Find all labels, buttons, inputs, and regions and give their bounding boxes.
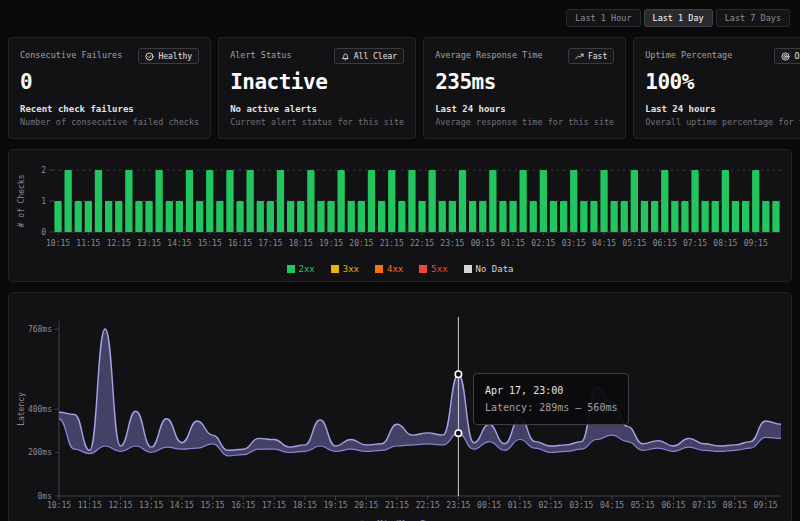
- check-bar[interactable]: [590, 201, 597, 232]
- check-bar[interactable]: [186, 170, 193, 232]
- check-bar[interactable]: [439, 201, 446, 232]
- legend-item-no-data[interactable]: No Data: [464, 264, 514, 274]
- legend-label: 2xx: [299, 264, 315, 274]
- x-tick-label: 14:15: [170, 501, 194, 510]
- check-bar[interactable]: [661, 170, 668, 232]
- x-tick-label: 18:15: [289, 239, 313, 248]
- check-bar[interactable]: [540, 170, 547, 232]
- check-bar[interactable]: [348, 201, 355, 232]
- x-tick-label: 17:15: [262, 501, 286, 510]
- check-bar[interactable]: [135, 201, 142, 232]
- check-bar[interactable]: [166, 201, 173, 232]
- legend-label: No Data: [476, 264, 514, 274]
- check-bar[interactable]: [489, 170, 496, 232]
- y-axis-label: Latency: [17, 392, 26, 426]
- check-bar[interactable]: [621, 201, 628, 232]
- check-bar[interactable]: [408, 170, 415, 232]
- check-bar[interactable]: [752, 170, 759, 232]
- check-bar[interactable]: [247, 170, 254, 232]
- check-bar[interactable]: [469, 201, 476, 232]
- minmax-band: [59, 329, 781, 456]
- check-bar[interactable]: [600, 170, 607, 232]
- check-bar[interactable]: [297, 201, 304, 232]
- x-tick-label: 02:15: [531, 239, 555, 248]
- check-bar[interactable]: [54, 201, 61, 232]
- check-bar[interactable]: [196, 201, 203, 232]
- check-bar[interactable]: [398, 201, 405, 232]
- check-bar[interactable]: [722, 170, 729, 232]
- range-button-last-1-day[interactable]: Last 1 Day: [644, 9, 713, 27]
- check-bar[interactable]: [712, 201, 719, 232]
- check-bar[interactable]: [570, 170, 577, 232]
- checks-bar-chart[interactable]: 01210:1511:1512:1513:1514:1515:1516:1517…: [13, 158, 787, 256]
- check-bar[interactable]: [560, 201, 567, 232]
- check-bar[interactable]: [176, 201, 183, 232]
- x-tick-label: 18:15: [293, 501, 317, 510]
- stat-description: Current alert status for this site: [230, 117, 404, 127]
- x-tick-label: 08:15: [713, 239, 737, 248]
- check-bar[interactable]: [509, 201, 516, 232]
- check-bar[interactable]: [479, 201, 486, 232]
- check-bar[interactable]: [378, 201, 385, 232]
- check-bar[interactable]: [206, 170, 213, 232]
- check-bar[interactable]: [327, 201, 334, 232]
- check-bar[interactable]: [742, 201, 749, 232]
- target-icon: [781, 52, 790, 61]
- check-bar[interactable]: [681, 201, 688, 232]
- legend-label: 5xx: [431, 264, 447, 274]
- check-bar[interactable]: [105, 201, 112, 232]
- check-bar[interactable]: [236, 201, 243, 232]
- check-bar[interactable]: [671, 201, 678, 232]
- check-bar[interactable]: [550, 201, 557, 232]
- check-bar[interactable]: [459, 170, 466, 232]
- check-bar[interactable]: [216, 201, 223, 232]
- check-bar[interactable]: [580, 201, 587, 232]
- check-bar[interactable]: [65, 170, 72, 232]
- check-bar[interactable]: [145, 201, 152, 232]
- legend-item-4xx[interactable]: 4xx: [375, 264, 403, 274]
- legend-item-2xx[interactable]: 2xx: [287, 264, 315, 274]
- check-bar[interactable]: [651, 201, 658, 232]
- check-bar[interactable]: [772, 201, 779, 232]
- check-bar[interactable]: [418, 201, 425, 232]
- check-bar[interactable]: [125, 170, 132, 232]
- check-bar[interactable]: [317, 201, 324, 232]
- range-button-last-1-hour[interactable]: Last 1 Hour: [566, 9, 640, 27]
- check-bar[interactable]: [530, 201, 537, 232]
- check-bar[interactable]: [691, 170, 698, 232]
- check-bar[interactable]: [277, 170, 284, 232]
- check-bar[interactable]: [702, 201, 709, 232]
- check-bar[interactable]: [287, 201, 294, 232]
- check-bar[interactable]: [449, 201, 456, 232]
- check-bar[interactable]: [499, 201, 506, 232]
- x-tick-label: 23:15: [446, 501, 470, 510]
- check-bar[interactable]: [115, 201, 122, 232]
- check-bar[interactable]: [307, 170, 314, 232]
- check-bar[interactable]: [429, 170, 436, 232]
- range-button-last-7-days[interactable]: Last 7 Days: [716, 9, 790, 27]
- check-bar[interactable]: [156, 170, 163, 232]
- check-bar[interactable]: [611, 201, 618, 232]
- check-bar[interactable]: [338, 170, 345, 232]
- legend-item-5xx[interactable]: 5xx: [419, 264, 447, 274]
- legend-item-3xx[interactable]: 3xx: [331, 264, 359, 274]
- check-bar[interactable]: [75, 201, 82, 232]
- check-bar[interactable]: [95, 170, 102, 232]
- check-bar[interactable]: [631, 170, 638, 232]
- check-bar[interactable]: [641, 201, 648, 232]
- check-bar[interactable]: [388, 170, 395, 232]
- check-bar[interactable]: [358, 201, 365, 232]
- check-bar[interactable]: [520, 170, 527, 232]
- check-bar[interactable]: [226, 170, 233, 232]
- check-bar[interactable]: [762, 201, 769, 232]
- status-badge: On Target: [774, 48, 800, 64]
- x-tick-label: 13:15: [139, 501, 163, 510]
- y-tick-label: 200ms: [28, 448, 52, 457]
- check-bar[interactable]: [368, 170, 375, 232]
- check-bar[interactable]: [85, 201, 92, 232]
- check-bar[interactable]: [257, 201, 264, 232]
- check-bar[interactable]: [732, 201, 739, 232]
- latency-chart[interactable]: 0ms200ms400ms768ms10:1511:1512:1513:1514…: [13, 301, 787, 513]
- check-bar[interactable]: [267, 201, 274, 232]
- stats-row: Consecutive Failures Healthy 0 Recent ch…: [8, 37, 792, 139]
